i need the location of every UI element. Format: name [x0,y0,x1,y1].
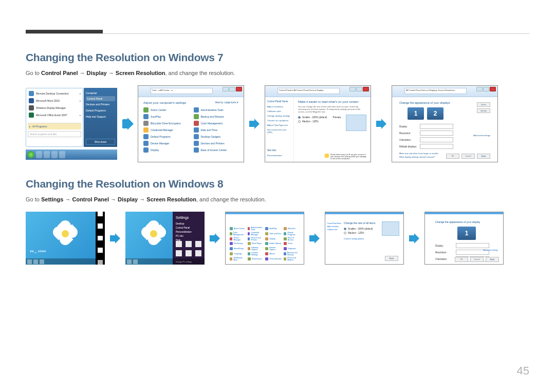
instr-post: , and change the resolution. [196,196,266,202]
cp-item: Ease of Access [284,237,300,241]
page-number: 45 [517,364,529,378]
search-input: Search programs and files [28,131,81,137]
svg-marker-3 [110,233,120,244]
instr-post: , and change the resolution. [165,70,235,76]
cp-item: Flash Player [248,242,264,245]
cp-item: Date and Time [265,232,282,236]
cp-item: Default Programs [284,232,300,236]
charms-bar [96,212,105,265]
cp-item: Fonts [284,242,300,245]
screenshot-win8-charms: **·** **** [26,212,105,265]
taskbar [26,150,117,160]
settings-panel: Settings Desktop Control Panel Personali… [173,212,205,265]
instr-path: Control Panel → Display → Screen Resolut… [41,70,165,76]
screenshot-display: Control Panel ▸ All Control Panel Items … [265,85,371,162]
arrow-icon [408,232,420,245]
arrow-icon [248,118,261,130]
cp-item: Notification Area [230,257,246,261]
arrow-icon [109,232,121,245]
cp-item: Language [230,252,246,256]
start-orb [27,151,34,158]
cp-item: Color Management [230,232,246,236]
instr-pre: Go to [26,196,41,202]
arrow-icon [121,118,134,130]
header-rule [26,33,529,34]
cp-item: File History [230,242,246,245]
screenshot-start-menu: Remote Desktop Connection▸ Microsoft Wor… [26,88,117,160]
section-heading-win7: Changing the Resolution on Windows 7 [26,51,529,64]
screenshot-win8-settings: Settings Desktop Control Panel Personali… [125,212,205,265]
instruction-win7: Go to Control Panel → Display → Screen R… [26,70,529,76]
start-icon [98,236,103,240]
instruction-win8: Go to Settings → Control Panel → Display… [26,196,529,202]
svg-marker-4 [210,233,220,244]
cp-item: Credential Manager [248,232,264,236]
search-icon [98,212,103,216]
cp-item: Action Center [230,227,246,231]
screenshot-control-panel: Cont... ▸ All Contro... ▸ Adjust your co… [138,85,244,162]
svg-marker-5 [309,233,320,244]
cp-item: Mouse [265,252,282,256]
cp-item: Phone and Modem [284,257,300,261]
svg-marker-6 [409,233,419,244]
cp-item: Devices and Printers [248,237,264,241]
cp-item: Location Settings [248,252,264,256]
arrow-icon [375,118,387,130]
cp-item: Folder Options [265,242,282,245]
svg-marker-1 [249,119,260,129]
cp-item: Internet Options [265,247,282,251]
instr-pre: Go to [26,70,41,76]
cp-item: Personalization [265,257,282,261]
arrow-icon [308,232,321,245]
instr-path: Settings → Control Panel → Display → Scr… [41,196,196,202]
cp-item: Keyboard [284,247,300,251]
devices-icon [98,248,103,252]
time-overlay: **·** **** [30,250,46,255]
screenshot-win8-display: Change the size of all items Smaller - 1… [325,212,404,265]
screenshot-win8-resolution: Change the appearance of your display 1 … [424,212,504,265]
cp-item: Performance [248,257,264,261]
screenshot-resolution: All Control Panel Items ▸ Display ▸ Scre… [392,85,498,162]
cp-item: HomeGroup [230,247,246,251]
svg-marker-2 [376,119,386,129]
cp-item: BitLocker [284,227,300,231]
start-menu-left: Remote Desktop Connection▸ Microsoft Wor… [26,88,83,147]
cp-item: Device Manager [230,237,246,241]
cp-item: Display [265,237,282,241]
cp-item: Network and Sharing [284,252,300,256]
arrow-icon [209,232,221,245]
cp-item: AutoPlay [265,227,282,231]
section-heading-win8: Changing the Resolution on Windows 8 [26,178,529,190]
share-icon [98,223,103,228]
steps-row-win8: **·** **** Settings Desktop Control Pane… [26,212,529,265]
start-menu-right: Computer Control Panel Devices and Print… [84,88,117,147]
header-accent-bar [26,30,103,33]
cp-item: Indexing Options [248,247,264,251]
steps-row-win7: Remote Desktop Connection▸ Microsoft Wor… [26,85,529,162]
screenshot-win8-cp: Action CenterAdministrative ToolsAutoPla… [225,212,304,265]
cp-item: Administrative Tools [248,227,264,231]
